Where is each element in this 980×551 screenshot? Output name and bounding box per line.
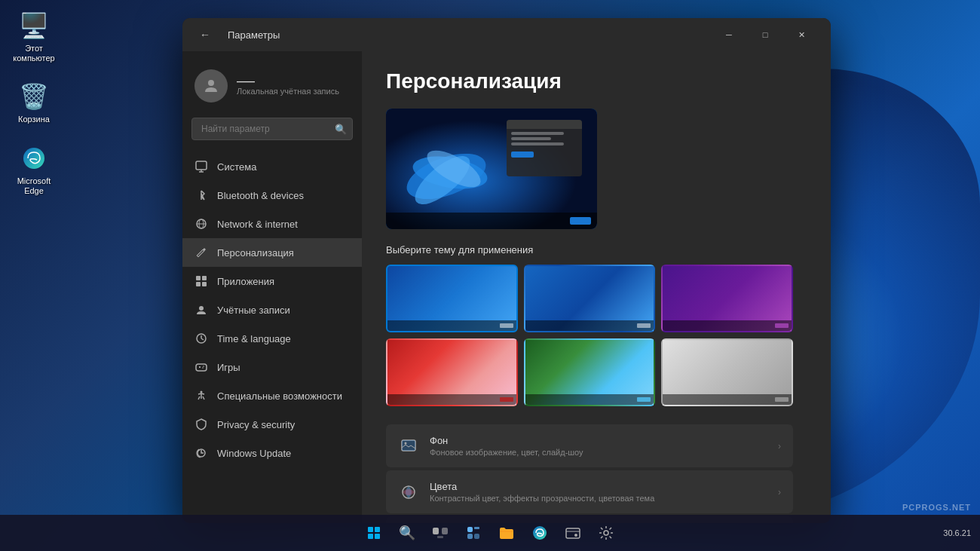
preview-taskbar-btn bbox=[570, 217, 591, 225]
close-button[interactable]: ✕ bbox=[784, 23, 819, 47]
background-text: Фон Фоновое изображение, цвет, слайд-шоу bbox=[430, 435, 778, 457]
nav-item-accounts[interactable]: Учётные записи bbox=[182, 295, 362, 324]
update-label: Windows Update bbox=[217, 448, 291, 459]
title-bar-nav: ← Параметры bbox=[194, 24, 712, 45]
theme-card-1[interactable] bbox=[386, 265, 518, 332]
minimize-button[interactable]: ─ bbox=[712, 23, 746, 47]
svg-rect-43 bbox=[474, 534, 479, 539]
apps-icon bbox=[194, 274, 208, 288]
bluetooth-label: Bluetooth & devices bbox=[217, 190, 304, 201]
taskbar-search-button[interactable]: 🔍 bbox=[394, 519, 421, 546]
svg-point-31 bbox=[405, 442, 407, 444]
background-title: Фон bbox=[430, 435, 778, 446]
nav-item-network[interactable]: Network & internet bbox=[182, 210, 362, 238]
time-icon bbox=[194, 332, 208, 345]
taskbar-settings-button[interactable] bbox=[593, 519, 620, 546]
svg-rect-17 bbox=[196, 364, 207, 371]
search-box: 🔍 bbox=[191, 118, 353, 140]
edge-icon bbox=[19, 143, 49, 173]
apps-label: Приложения bbox=[217, 276, 274, 287]
svg-rect-45 bbox=[566, 528, 580, 538]
taskbar-widgets-button[interactable] bbox=[460, 519, 487, 546]
desktop-icon-edge[interactable]: Microsoft Edge bbox=[4, 140, 64, 199]
nav-item-time[interactable]: Time & language bbox=[182, 324, 362, 353]
svg-rect-37 bbox=[433, 528, 439, 534]
theme-card-3-btn bbox=[775, 323, 789, 328]
accounts-label: Учётные записи bbox=[217, 305, 290, 316]
recycle-icon: 🗑️ bbox=[19, 81, 49, 112]
svg-point-21 bbox=[202, 367, 204, 369]
taskbar-start-button[interactable] bbox=[360, 519, 387, 546]
taskbar-explorer-button[interactable] bbox=[493, 519, 520, 546]
games-label: Игры bbox=[217, 362, 240, 373]
settings-window: ← Параметры ─ □ ✕ —— Локальная у bbox=[182, 18, 831, 523]
theme-card-1-taskbar bbox=[387, 320, 516, 331]
preview-line-2 bbox=[511, 137, 551, 140]
network-label: Network & internet bbox=[217, 219, 298, 230]
svg-rect-9 bbox=[196, 276, 201, 280]
taskbar-wallet-button[interactable] bbox=[559, 519, 586, 546]
theme-card-5-taskbar bbox=[525, 394, 654, 405]
privacy-label: Privacy & security bbox=[217, 419, 295, 430]
time-label: Time & language bbox=[217, 333, 291, 344]
personalization-icon bbox=[194, 246, 208, 259]
theme-card-6-btn bbox=[775, 397, 789, 402]
preview-button bbox=[511, 152, 534, 158]
desktop-icon-this-pc[interactable]: 🖥️ Этот компьютер bbox=[4, 8, 64, 66]
theme-card-6[interactable] bbox=[661, 338, 793, 406]
maximize-button[interactable]: □ bbox=[748, 23, 782, 47]
system-icon bbox=[194, 160, 208, 173]
nav-item-system[interactable]: Система bbox=[182, 152, 362, 181]
settings-row-background[interactable]: Фон Фоновое изображение, цвет, слайд-шоу… bbox=[386, 424, 793, 467]
recycle-label: Корзина bbox=[18, 115, 50, 124]
search-icon: 🔍 bbox=[335, 124, 347, 135]
svg-rect-30 bbox=[402, 440, 415, 451]
nav-item-bluetooth[interactable]: Bluetooth & devices bbox=[182, 181, 362, 210]
svg-point-22 bbox=[201, 391, 203, 393]
svg-point-13 bbox=[199, 306, 204, 311]
nav-item-personalization[interactable]: Персонализация bbox=[182, 238, 362, 267]
back-button[interactable]: ← bbox=[194, 24, 216, 45]
window-body: —— Локальная учётная запись 🔍 Система bbox=[182, 51, 831, 523]
nav-item-apps[interactable]: Приложения bbox=[182, 267, 362, 295]
taskbar-taskview-button[interactable] bbox=[427, 519, 454, 546]
taskbar-right: 30.6.21 bbox=[943, 528, 971, 537]
settings-row-colors[interactable]: Цвета Контрастный цвет, эффекты прозрачн… bbox=[386, 470, 793, 513]
search-input[interactable] bbox=[191, 118, 353, 140]
theme-card-4[interactable] bbox=[386, 338, 518, 406]
background-subtitle: Фоновое изображение, цвет, слайд-шоу bbox=[430, 448, 778, 457]
svg-rect-34 bbox=[375, 527, 380, 532]
desktop-icon-recycle[interactable]: 🗑️ Корзина bbox=[4, 78, 64, 127]
nav-item-update[interactable]: Windows Update bbox=[182, 439, 362, 467]
nav-item-privacy[interactable]: Privacy & security bbox=[182, 410, 362, 439]
nav-item-accessibility[interactable]: Специальные возможности bbox=[182, 381, 362, 410]
theme-grid bbox=[386, 265, 793, 406]
games-icon bbox=[194, 360, 208, 374]
theme-card-2[interactable] bbox=[524, 265, 656, 332]
user-info: —— Локальная учётная запись bbox=[237, 76, 339, 96]
theme-card-6-taskbar bbox=[663, 394, 792, 405]
colors-title: Цвета bbox=[430, 481, 778, 492]
accessibility-label: Специальные возможности bbox=[217, 390, 342, 402]
background-chevron: › bbox=[778, 441, 781, 452]
update-icon bbox=[194, 446, 208, 460]
taskbar-edge-button[interactable] bbox=[526, 519, 553, 546]
svg-rect-12 bbox=[202, 282, 207, 286]
theme-card-5[interactable] bbox=[524, 338, 656, 406]
edge-label: Microsoft Edge bbox=[7, 176, 61, 196]
accounts-icon bbox=[194, 303, 208, 317]
title-bar: ← Параметры ─ □ ✕ bbox=[182, 18, 831, 51]
user-profile[interactable]: —— Локальная учётная запись bbox=[182, 63, 362, 118]
nav-item-games[interactable]: Игры bbox=[182, 353, 362, 381]
personalization-label: Персонализация bbox=[217, 247, 294, 259]
svg-rect-11 bbox=[196, 282, 201, 286]
main-content: Персонализация bbox=[362, 51, 831, 523]
svg-point-20 bbox=[203, 366, 204, 367]
theme-card-3[interactable] bbox=[661, 265, 793, 332]
window-title: Параметры bbox=[228, 29, 280, 41]
theme-card-4-taskbar bbox=[387, 394, 516, 405]
taskbar: 🔍 30.6.21 bbox=[0, 515, 980, 551]
taskbar-time: 30.6.21 bbox=[943, 528, 971, 537]
theme-card-2-btn bbox=[637, 323, 651, 328]
colors-icon bbox=[398, 482, 419, 503]
